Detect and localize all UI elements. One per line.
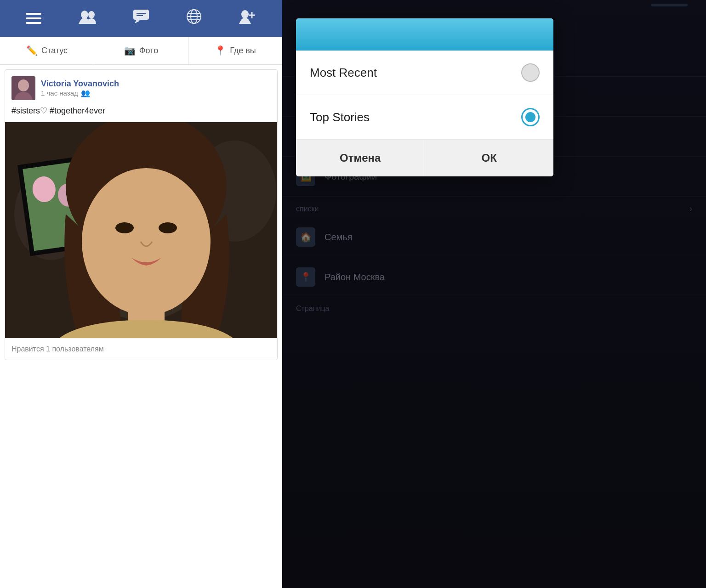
- most-recent-option[interactable]: Most Recent: [296, 51, 553, 95]
- friends-nav-icon[interactable]: [79, 9, 96, 28]
- post-username[interactable]: Victoria Yovanovich: [41, 79, 119, 89]
- post-image: [5, 122, 277, 338]
- dialog-actions: Отмена ОК: [296, 140, 553, 176]
- post-header: Victoria Yovanovich 1 час назад 👥: [5, 70, 277, 104]
- location-label: Где вы: [230, 46, 256, 56]
- menu-icon[interactable]: [26, 13, 41, 24]
- pin-icon: 📍: [215, 45, 226, 56]
- top-stories-option[interactable]: Top Stories: [296, 95, 553, 140]
- globe-nav-icon[interactable]: [186, 9, 202, 28]
- top-stories-radio[interactable]: [521, 108, 540, 126]
- edit-icon: ✏️: [26, 45, 38, 56]
- status-label: Статус: [41, 46, 68, 56]
- svg-point-27: [82, 168, 211, 315]
- ok-button[interactable]: ОК: [425, 140, 554, 176]
- svg-point-14: [18, 79, 29, 91]
- post-likes: Нравится 1 пользователям: [5, 338, 277, 360]
- status-button[interactable]: ✏️ Статус: [0, 37, 94, 64]
- svg-point-10: [241, 10, 249, 18]
- post-text: #sisters♡ #together4ever: [5, 104, 277, 122]
- action-bar: ✏️ Статус 📷 Фото 📍 Где вы: [0, 37, 282, 65]
- sort-dialog: Most Recent Top Stories Отмена ОК: [296, 18, 553, 176]
- avatar-image: [11, 76, 35, 100]
- avatar: [11, 76, 35, 100]
- top-stories-label: Top Stories: [310, 110, 370, 124]
- svg-point-1: [88, 11, 95, 18]
- top-nav: [0, 0, 282, 37]
- photo-label: Фото: [139, 46, 158, 56]
- most-recent-radio[interactable]: [521, 63, 540, 82]
- post-image-inner: [5, 122, 277, 338]
- svg-point-29: [159, 222, 177, 233]
- left-panel: ✏️ Статус 📷 Фото 📍 Где вы: [0, 0, 282, 588]
- location-button[interactable]: 📍 Где вы: [188, 37, 282, 64]
- camera-icon: 📷: [124, 45, 136, 56]
- post-time: 1 час назад: [41, 89, 78, 97]
- dialog-header: [296, 18, 553, 51]
- post-user-info: Victoria Yovanovich 1 час назад 👥: [41, 79, 119, 97]
- messages-nav-icon[interactable]: [133, 9, 149, 28]
- svg-rect-2: [133, 10, 149, 20]
- svg-point-28: [115, 222, 134, 233]
- post-meta: 1 час назад 👥: [41, 89, 119, 97]
- photo-button[interactable]: 📷 Фото: [94, 37, 188, 64]
- dialog-body: Most Recent Top Stories: [296, 51, 553, 140]
- post-card: Victoria Yovanovich 1 час назад 👥 #siste…: [5, 69, 278, 360]
- friend-requests-nav-icon[interactable]: [239, 9, 256, 28]
- right-panel: 📍 Поблизости 17 Мероприятия 👥 Друзья 🖼️ …: [282, 0, 706, 588]
- post-audience-icon: 👥: [81, 89, 90, 97]
- cancel-button[interactable]: Отмена: [296, 140, 425, 176]
- most-recent-label: Most Recent: [310, 66, 377, 80]
